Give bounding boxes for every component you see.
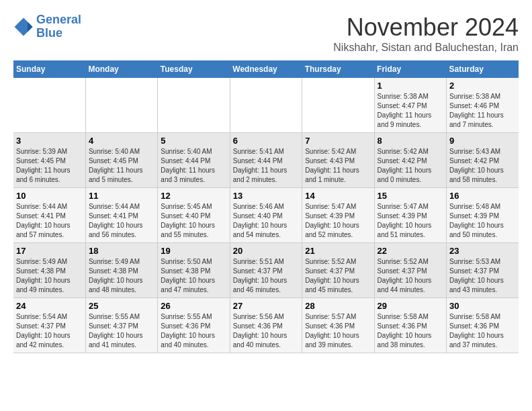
calendar-cell: 3Sunrise: 5:39 AM Sunset: 4:45 PM Daylig… [13,133,85,188]
calendar-cell: 5Sunrise: 5:40 AM Sunset: 4:44 PM Daylig… [158,133,230,188]
day-number: 15 [378,191,443,201]
day-number: 7 [305,136,371,146]
calendar-cell: 19Sunrise: 5:50 AM Sunset: 4:38 PM Dayli… [158,243,230,298]
day-number: 20 [233,246,299,256]
weekday-header-saturday: Saturday [447,60,519,78]
day-number: 23 [449,246,516,256]
day-info: Sunrise: 5:47 AM Sunset: 4:39 PM Dayligh… [305,202,371,240]
logo-blue: Blue [36,26,62,40]
day-info: Sunrise: 5:52 AM Sunset: 4:37 PM Dayligh… [305,257,371,295]
day-info: Sunrise: 5:42 AM Sunset: 4:42 PM Dayligh… [378,147,443,185]
day-info: Sunrise: 5:38 AM Sunset: 4:46 PM Dayligh… [449,92,516,130]
calendar-cell: 6Sunrise: 5:41 AM Sunset: 4:44 PM Daylig… [230,133,302,188]
day-number: 13 [233,191,299,201]
calendar-cell: 15Sunrise: 5:47 AM Sunset: 4:39 PM Dayli… [374,188,446,243]
calendar-cell: 1Sunrise: 5:38 AM Sunset: 4:47 PM Daylig… [374,78,446,133]
calendar-cell: 26Sunrise: 5:55 AM Sunset: 4:36 PM Dayli… [158,298,230,353]
day-info: Sunrise: 5:38 AM Sunset: 4:47 PM Dayligh… [378,92,443,130]
day-number: 8 [378,136,443,146]
calendar-week-row: 17Sunrise: 5:49 AM Sunset: 4:38 PM Dayli… [13,243,519,298]
calendar-cell: 23Sunrise: 5:53 AM Sunset: 4:37 PM Dayli… [447,243,519,298]
day-number: 24 [16,301,83,311]
day-number: 1 [378,81,443,91]
day-number: 30 [449,301,516,311]
day-number: 27 [233,301,299,311]
calendar-cell: 7Sunrise: 5:42 AM Sunset: 4:43 PM Daylig… [302,133,374,188]
day-info: Sunrise: 5:42 AM Sunset: 4:43 PM Dayligh… [305,147,371,185]
day-info: Sunrise: 5:45 AM Sunset: 4:40 PM Dayligh… [161,202,226,240]
weekday-header-wednesday: Wednesday [230,60,302,78]
logo-general: General [36,13,81,26]
day-info: Sunrise: 5:40 AM Sunset: 4:45 PM Dayligh… [89,147,154,185]
day-number: 16 [449,191,516,201]
day-number: 6 [233,136,299,146]
day-info: Sunrise: 5:40 AM Sunset: 4:44 PM Dayligh… [161,147,226,185]
day-number: 26 [161,301,226,311]
day-info: Sunrise: 5:58 AM Sunset: 4:36 PM Dayligh… [378,312,443,350]
day-info: Sunrise: 5:43 AM Sunset: 4:42 PM Dayligh… [449,147,516,185]
day-info: Sunrise: 5:46 AM Sunset: 4:40 PM Dayligh… [233,202,299,240]
calendar-table: SundayMondayTuesdayWednesdayThursdayFrid… [13,60,519,353]
day-number: 21 [305,246,371,256]
day-number: 3 [16,136,83,146]
day-info: Sunrise: 5:47 AM Sunset: 4:39 PM Dayligh… [378,202,443,240]
day-info: Sunrise: 5:41 AM Sunset: 4:44 PM Dayligh… [233,147,299,185]
day-number: 25 [89,301,154,311]
calendar-cell [302,78,374,133]
day-number: 29 [378,301,443,311]
calendar-cell: 18Sunrise: 5:49 AM Sunset: 4:38 PM Dayli… [85,243,157,298]
calendar-cell: 17Sunrise: 5:49 AM Sunset: 4:38 PM Dayli… [13,243,85,298]
day-info: Sunrise: 5:54 AM Sunset: 4:37 PM Dayligh… [16,312,83,350]
day-number: 2 [449,81,516,91]
logo: General Blue [13,13,81,40]
day-number: 22 [378,246,443,256]
day-number: 12 [161,191,226,201]
day-number: 17 [16,246,83,256]
calendar-cell: 11Sunrise: 5:44 AM Sunset: 4:41 PM Dayli… [85,188,157,243]
calendar-cell: 2Sunrise: 5:38 AM Sunset: 4:46 PM Daylig… [447,78,519,133]
day-info: Sunrise: 5:44 AM Sunset: 4:41 PM Dayligh… [16,202,83,240]
day-info: Sunrise: 5:48 AM Sunset: 4:39 PM Dayligh… [449,202,516,240]
weekday-header-monday: Monday [85,60,157,78]
calendar-cell [158,78,230,133]
calendar-cell: 30Sunrise: 5:58 AM Sunset: 4:36 PM Dayli… [447,298,519,353]
calendar-cell [230,78,302,133]
day-number: 19 [161,246,226,256]
calendar-week-row: 1Sunrise: 5:38 AM Sunset: 4:47 PM Daylig… [13,78,519,133]
day-number: 11 [89,191,154,201]
day-info: Sunrise: 5:39 AM Sunset: 4:45 PM Dayligh… [16,147,83,185]
day-number: 5 [161,136,226,146]
day-info: Sunrise: 5:55 AM Sunset: 4:36 PM Dayligh… [161,312,226,350]
calendar-week-row: 10Sunrise: 5:44 AM Sunset: 4:41 PM Dayli… [13,188,519,243]
calendar-cell: 21Sunrise: 5:52 AM Sunset: 4:37 PM Dayli… [302,243,374,298]
location-subtitle: Nikshahr, Sistan and Baluchestan, Iran [333,42,519,54]
calendar-cell [13,78,85,133]
weekday-header-tuesday: Tuesday [158,60,230,78]
calendar-week-row: 3Sunrise: 5:39 AM Sunset: 4:45 PM Daylig… [13,133,519,188]
month-title: November 2024 [333,13,519,42]
day-info: Sunrise: 5:57 AM Sunset: 4:36 PM Dayligh… [305,312,371,350]
day-number: 9 [449,136,516,146]
weekday-header-row: SundayMondayTuesdayWednesdayThursdayFrid… [13,60,519,78]
calendar-cell: 16Sunrise: 5:48 AM Sunset: 4:39 PM Dayli… [447,188,519,243]
calendar-cell: 9Sunrise: 5:43 AM Sunset: 4:42 PM Daylig… [447,133,519,188]
day-number: 28 [305,301,371,311]
day-number: 18 [89,246,154,256]
day-info: Sunrise: 5:53 AM Sunset: 4:37 PM Dayligh… [449,257,516,295]
calendar-cell: 12Sunrise: 5:45 AM Sunset: 4:40 PM Dayli… [158,188,230,243]
calendar-week-row: 24Sunrise: 5:54 AM Sunset: 4:37 PM Dayli… [13,298,519,353]
day-info: Sunrise: 5:52 AM Sunset: 4:37 PM Dayligh… [378,257,443,295]
day-info: Sunrise: 5:50 AM Sunset: 4:38 PM Dayligh… [161,257,226,295]
day-number: 4 [89,136,154,146]
calendar-cell: 10Sunrise: 5:44 AM Sunset: 4:41 PM Dayli… [13,188,85,243]
calendar-cell: 8Sunrise: 5:42 AM Sunset: 4:42 PM Daylig… [374,133,446,188]
svg-marker-1 [28,21,33,32]
day-info: Sunrise: 5:56 AM Sunset: 4:36 PM Dayligh… [233,312,299,350]
calendar-cell: 4Sunrise: 5:40 AM Sunset: 4:45 PM Daylig… [85,133,157,188]
day-info: Sunrise: 5:58 AM Sunset: 4:36 PM Dayligh… [449,312,516,350]
logo-icon [13,17,34,37]
calendar-cell: 14Sunrise: 5:47 AM Sunset: 4:39 PM Dayli… [302,188,374,243]
weekday-header-sunday: Sunday [13,60,85,78]
weekday-header-friday: Friday [374,60,446,78]
calendar-cell: 27Sunrise: 5:56 AM Sunset: 4:36 PM Dayli… [230,298,302,353]
